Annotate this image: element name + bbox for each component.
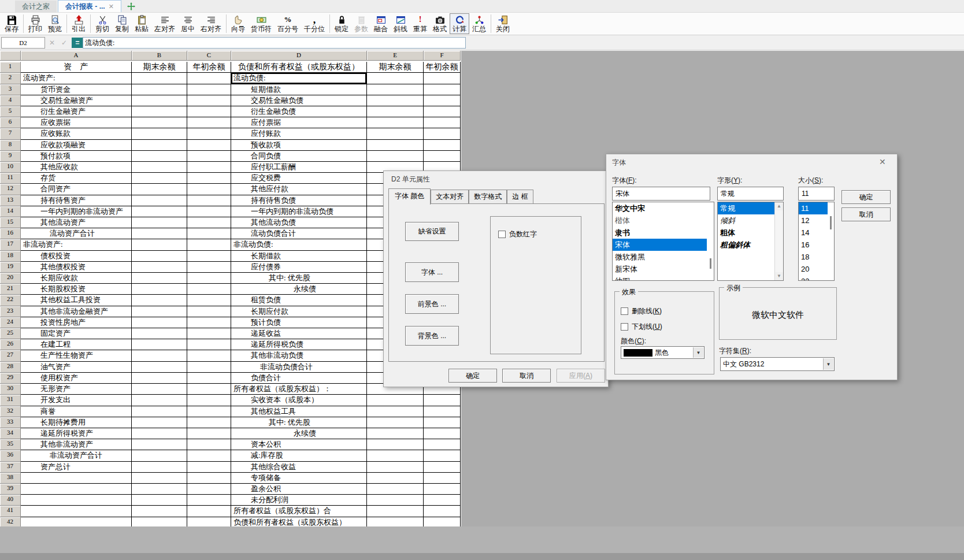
col-header-A[interactable]: A (21, 51, 132, 61)
cell-C5[interactable] (187, 106, 231, 117)
cell-F35[interactable] (424, 439, 461, 450)
cell-A27[interactable]: 生产性生物资产 (21, 350, 132, 361)
cell-B17[interactable] (132, 239, 187, 250)
cell-C41[interactable] (187, 506, 231, 517)
cell-C26[interactable] (187, 339, 231, 350)
cell-B16[interactable] (132, 228, 187, 239)
row-header-40[interactable]: 40 (0, 495, 21, 506)
cell-D8[interactable]: 预收款项 (231, 140, 367, 151)
cell-C12[interactable] (187, 184, 231, 195)
row-header-16[interactable]: 16 (0, 228, 21, 239)
cell-C4[interactable] (187, 95, 231, 106)
cell-E40[interactable] (367, 495, 424, 506)
default-settings-button[interactable]: 缺省设置 (405, 222, 459, 241)
row-header-32[interactable]: 32 (0, 406, 21, 417)
cell-D39[interactable]: 盈余公积 (231, 484, 367, 495)
cell-B39[interactable] (132, 484, 187, 495)
cell-B25[interactable] (132, 328, 187, 339)
cut-button[interactable]: 剪切 (92, 13, 112, 34)
cell-E38[interactable] (367, 473, 424, 484)
new-tab-icon[interactable] (127, 2, 135, 10)
cell-D19[interactable]: 应付债券 (231, 262, 367, 273)
cell-C37[interactable] (187, 462, 231, 473)
cell-C1[interactable]: 年初余额 (187, 62, 231, 73)
row-header-33[interactable]: 33 (0, 417, 21, 428)
cell-B24[interactable] (132, 317, 187, 328)
cell-E1[interactable]: 期末余额 (367, 62, 424, 73)
cell-A4[interactable]: 交易性金融资产 (21, 95, 132, 106)
cell-B32[interactable] (132, 406, 187, 417)
align-left-button[interactable]: 左对齐 (151, 13, 178, 34)
cell-B11[interactable] (132, 173, 187, 184)
color-dropdown-icon[interactable]: ▼ (693, 347, 703, 358)
underline-row[interactable]: 下划线(U) (621, 322, 662, 332)
cell-A23[interactable]: 其他非流动金融资产 (21, 306, 132, 317)
cell-F1[interactable]: 年初余额 (424, 62, 461, 73)
cell-B15[interactable] (132, 217, 187, 228)
font-dialog[interactable]: 字体 ✕ 字体(F): 字形(Y): 大小(S): 宋体 常规 11 华文中宋楷… (606, 154, 898, 380)
cell-C35[interactable] (187, 439, 231, 450)
font-style-field[interactable]: 常规 (717, 187, 784, 201)
cell-E41[interactable] (367, 506, 424, 517)
cancel-button[interactable]: 取消 (502, 369, 551, 383)
cell-E32[interactable] (367, 406, 424, 417)
cell-C29[interactable] (187, 373, 231, 384)
cell-C28[interactable] (187, 362, 231, 373)
font-option-1[interactable]: 楷体 (613, 214, 714, 227)
cell-B28[interactable] (132, 362, 187, 373)
cell-C14[interactable] (187, 206, 231, 217)
negative-red-checkbox[interactable] (498, 231, 506, 238)
cell-A17[interactable]: 非流动资产: (21, 239, 132, 250)
cell-A14[interactable]: 一年内到期的非流动资产 (21, 206, 132, 217)
cell-A10[interactable]: 其他应收款 (21, 162, 132, 173)
cell-D29[interactable]: 负债合计 (231, 373, 367, 384)
font-option-4[interactable]: 微软雅黑 (613, 251, 714, 263)
save-button[interactable]: 保存 (2, 13, 21, 34)
cell-A28[interactable]: 油气资产 (21, 362, 132, 373)
cell-B22[interactable] (132, 295, 187, 306)
font-list-scrollbar-thumb[interactable] (710, 258, 711, 269)
cell-D28[interactable]: 非流动负债合计 (231, 362, 367, 373)
row-header-17[interactable]: 17 (0, 239, 21, 250)
cell-C15[interactable] (187, 217, 231, 228)
cell-E3[interactable] (367, 84, 424, 95)
cell-A7[interactable]: 应收账款 (21, 128, 132, 139)
row-header-28[interactable]: 28 (0, 362, 21, 373)
percent-button[interactable]: %百分号 (275, 13, 301, 34)
style-option-3[interactable]: 粗偏斜体 (718, 239, 783, 251)
cell-A24[interactable]: 投资性房地产 (21, 317, 132, 328)
cell-D32[interactable]: 其他权益工具 (231, 406, 367, 417)
cell-properties-tab-1[interactable]: 文本对齐 (431, 190, 469, 204)
tab-accounting-report[interactable]: 会计报表 - ...✕ (58, 0, 121, 12)
lock-button[interactable]: 锁定 (332, 13, 351, 34)
style-option-2[interactable]: 粗体 (718, 227, 783, 239)
scroll-up-icon[interactable]: ▲ (775, 202, 783, 210)
row-header-12[interactable]: 12 (0, 184, 21, 195)
close-app-button[interactable]: 关闭 (493, 13, 513, 34)
cell-D6[interactable]: 应付票据 (231, 117, 367, 128)
cell-B30[interactable] (132, 384, 187, 395)
cell-B37[interactable] (132, 462, 187, 473)
align-right-button[interactable]: 右对齐 (198, 13, 224, 34)
cell-A29[interactable]: 使用权资产 (21, 373, 132, 384)
cell-F5[interactable] (424, 106, 461, 117)
cell-A12[interactable]: 合同资产 (21, 184, 132, 195)
cell-B12[interactable] (132, 184, 187, 195)
cell-C38[interactable] (187, 473, 231, 484)
cell-F2[interactable] (424, 73, 461, 84)
cell-D21[interactable]: 永续债 (231, 284, 367, 295)
cell-D31[interactable]: 实收资本（或股本） (231, 395, 367, 406)
cell-D35[interactable]: 资本公积 (231, 439, 367, 450)
recalc-button[interactable]: !重算 (410, 13, 430, 34)
copy-button[interactable]: 复制 (112, 13, 132, 34)
cell-D13[interactable]: 持有待售负债 (231, 195, 367, 206)
cell-B14[interactable] (132, 206, 187, 217)
cell-A20[interactable]: 长期应收款 (21, 273, 132, 284)
font-size-field[interactable]: 11 (798, 187, 835, 201)
cell-D17[interactable]: 非流动负债: (231, 239, 367, 250)
font-style-list[interactable]: 常规倾斜粗体粗偏斜体 ▲ ▼ (717, 202, 784, 281)
row-header-8[interactable]: 8 (0, 140, 21, 151)
row-header-6[interactable]: 6 (0, 117, 21, 128)
cell-D3[interactable]: 短期借款 (231, 84, 367, 95)
cell-A5[interactable]: 衍生金融资产 (21, 106, 132, 117)
